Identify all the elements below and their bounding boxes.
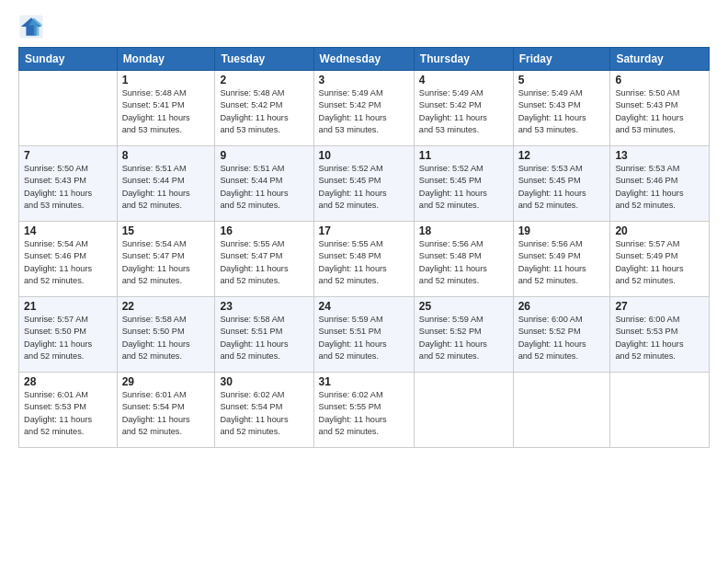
day-cell: 19Sunrise: 5:56 AM Sunset: 5:49 PM Dayli…	[513, 222, 610, 297]
day-number: 6	[615, 74, 704, 86]
day-number: 26	[518, 300, 606, 313]
day-cell: 5Sunrise: 5:49 AM Sunset: 5:43 PM Daylig…	[513, 71, 610, 146]
day-info: Sunrise: 5:59 AM Sunset: 5:52 PM Dayligh…	[419, 314, 508, 362]
day-info: Sunrise: 5:48 AM Sunset: 5:42 PM Dayligh…	[220, 87, 308, 136]
header-cell-monday: Monday	[117, 48, 215, 71]
day-cell: 4Sunrise: 5:49 AM Sunset: 5:42 PM Daylig…	[414, 71, 513, 146]
day-cell: 14Sunrise: 5:54 AM Sunset: 5:46 PM Dayli…	[19, 222, 118, 297]
day-cell: 1Sunrise: 5:48 AM Sunset: 5:41 PM Daylig…	[117, 71, 215, 146]
day-info: Sunrise: 6:02 AM Sunset: 5:55 PM Dayligh…	[319, 389, 409, 438]
day-number: 7	[24, 149, 112, 162]
day-cell: 6Sunrise: 5:50 AM Sunset: 5:43 PM Daylig…	[610, 71, 710, 146]
day-number: 27	[615, 300, 704, 313]
day-cell: 20Sunrise: 5:57 AM Sunset: 5:49 PM Dayli…	[610, 222, 710, 297]
day-cell: 28Sunrise: 6:01 AM Sunset: 5:53 PM Dayli…	[19, 373, 118, 448]
day-cell: 17Sunrise: 5:55 AM Sunset: 5:48 PM Dayli…	[313, 222, 414, 297]
day-cell: 16Sunrise: 5:55 AM Sunset: 5:47 PM Dayli…	[215, 222, 313, 297]
week-row-3: 14Sunrise: 5:54 AM Sunset: 5:46 PM Dayli…	[19, 222, 710, 297]
day-info: Sunrise: 5:58 AM Sunset: 5:51 PM Dayligh…	[220, 314, 308, 362]
day-info: Sunrise: 5:50 AM Sunset: 5:43 PM Dayligh…	[24, 163, 112, 212]
day-cell: 29Sunrise: 6:01 AM Sunset: 5:54 PM Dayli…	[117, 373, 215, 448]
day-cell: 7Sunrise: 5:50 AM Sunset: 5:43 PM Daylig…	[19, 146, 118, 222]
day-number: 14	[24, 224, 112, 237]
day-info: Sunrise: 5:56 AM Sunset: 5:49 PM Dayligh…	[518, 238, 606, 287]
day-number: 19	[518, 224, 606, 237]
day-cell	[414, 373, 513, 448]
day-cell	[19, 71, 118, 146]
day-number: 29	[122, 375, 210, 388]
logo-icon	[18, 14, 44, 40]
day-cell	[513, 373, 610, 448]
day-number: 11	[419, 149, 508, 162]
header-cell-saturday: Saturday	[610, 48, 710, 71]
day-info: Sunrise: 6:01 AM Sunset: 5:53 PM Dayligh…	[24, 389, 112, 438]
day-number: 15	[122, 224, 210, 237]
day-info: Sunrise: 5:54 AM Sunset: 5:46 PM Dayligh…	[24, 238, 112, 287]
day-number: 25	[419, 300, 508, 313]
header-row: SundayMondayTuesdayWednesdayThursdayFrid…	[19, 48, 710, 71]
day-cell: 27Sunrise: 6:00 AM Sunset: 5:53 PM Dayli…	[610, 297, 710, 373]
day-info: Sunrise: 5:57 AM Sunset: 5:50 PM Dayligh…	[24, 314, 112, 362]
day-number: 2	[220, 74, 308, 86]
header-cell-friday: Friday	[513, 48, 610, 71]
calendar: SundayMondayTuesdayWednesdayThursdayFrid…	[18, 47, 710, 448]
day-info: Sunrise: 5:52 AM Sunset: 5:45 PM Dayligh…	[419, 163, 508, 212]
day-info: Sunrise: 5:51 AM Sunset: 5:44 PM Dayligh…	[220, 163, 308, 212]
header-cell-wednesday: Wednesday	[313, 48, 414, 71]
week-row-1: 1Sunrise: 5:48 AM Sunset: 5:41 PM Daylig…	[19, 71, 710, 146]
week-row-4: 21Sunrise: 5:57 AM Sunset: 5:50 PM Dayli…	[19, 297, 710, 373]
day-info: Sunrise: 5:53 AM Sunset: 5:46 PM Dayligh…	[615, 163, 704, 212]
day-number: 16	[220, 224, 308, 237]
day-cell: 18Sunrise: 5:56 AM Sunset: 5:48 PM Dayli…	[414, 222, 513, 297]
day-info: Sunrise: 5:49 AM Sunset: 5:42 PM Dayligh…	[319, 87, 409, 136]
day-number: 3	[319, 74, 409, 86]
day-cell: 26Sunrise: 6:00 AM Sunset: 5:52 PM Dayli…	[513, 297, 610, 373]
day-info: Sunrise: 6:02 AM Sunset: 5:54 PM Dayligh…	[220, 389, 308, 438]
header-cell-thursday: Thursday	[414, 48, 513, 71]
day-number: 22	[122, 300, 210, 313]
day-cell: 23Sunrise: 5:58 AM Sunset: 5:51 PM Dayli…	[215, 297, 313, 373]
day-cell: 21Sunrise: 5:57 AM Sunset: 5:50 PM Dayli…	[19, 297, 118, 373]
day-cell: 11Sunrise: 5:52 AM Sunset: 5:45 PM Dayli…	[414, 146, 513, 222]
day-cell: 22Sunrise: 5:58 AM Sunset: 5:50 PM Dayli…	[117, 297, 215, 373]
day-number: 17	[319, 224, 409, 237]
day-number: 10	[319, 149, 409, 162]
day-number: 13	[615, 149, 704, 162]
day-number: 18	[419, 224, 508, 237]
day-info: Sunrise: 5:50 AM Sunset: 5:43 PM Dayligh…	[615, 87, 704, 136]
day-info: Sunrise: 5:57 AM Sunset: 5:49 PM Dayligh…	[615, 238, 704, 287]
day-info: Sunrise: 5:49 AM Sunset: 5:43 PM Dayligh…	[518, 87, 606, 136]
day-number: 5	[518, 74, 606, 86]
day-cell: 13Sunrise: 5:53 AM Sunset: 5:46 PM Dayli…	[610, 146, 710, 222]
day-info: Sunrise: 5:55 AM Sunset: 5:48 PM Dayligh…	[319, 238, 409, 287]
day-info: Sunrise: 5:48 AM Sunset: 5:41 PM Dayligh…	[122, 87, 210, 136]
day-number: 4	[419, 74, 508, 86]
day-cell: 25Sunrise: 5:59 AM Sunset: 5:52 PM Dayli…	[414, 297, 513, 373]
day-info: Sunrise: 6:00 AM Sunset: 5:52 PM Dayligh…	[518, 314, 606, 362]
day-number: 23	[220, 300, 308, 313]
day-cell: 30Sunrise: 6:02 AM Sunset: 5:54 PM Dayli…	[215, 373, 313, 448]
day-number: 21	[24, 300, 112, 313]
day-number: 20	[615, 224, 704, 237]
day-number: 31	[319, 375, 409, 388]
week-row-5: 28Sunrise: 6:01 AM Sunset: 5:53 PM Dayli…	[19, 373, 710, 448]
day-cell: 8Sunrise: 5:51 AM Sunset: 5:44 PM Daylig…	[117, 146, 215, 222]
day-cell: 3Sunrise: 5:49 AM Sunset: 5:42 PM Daylig…	[313, 71, 414, 146]
day-info: Sunrise: 5:55 AM Sunset: 5:47 PM Dayligh…	[220, 238, 308, 287]
day-cell: 9Sunrise: 5:51 AM Sunset: 5:44 PM Daylig…	[215, 146, 313, 222]
logo	[18, 14, 48, 40]
day-cell: 15Sunrise: 5:54 AM Sunset: 5:47 PM Dayli…	[117, 222, 215, 297]
day-number: 12	[518, 149, 606, 162]
header-cell-sunday: Sunday	[19, 48, 118, 71]
day-cell: 12Sunrise: 5:53 AM Sunset: 5:45 PM Dayli…	[513, 146, 610, 222]
day-number: 28	[24, 375, 112, 388]
day-info: Sunrise: 6:01 AM Sunset: 5:54 PM Dayligh…	[122, 389, 210, 438]
day-info: Sunrise: 5:56 AM Sunset: 5:48 PM Dayligh…	[419, 238, 508, 287]
day-cell	[610, 373, 710, 448]
day-cell: 24Sunrise: 5:59 AM Sunset: 5:51 PM Dayli…	[313, 297, 414, 373]
week-row-2: 7Sunrise: 5:50 AM Sunset: 5:43 PM Daylig…	[19, 146, 710, 222]
page: SundayMondayTuesdayWednesdayThursdayFrid…	[0, 0, 728, 563]
day-info: Sunrise: 5:59 AM Sunset: 5:51 PM Dayligh…	[319, 314, 409, 362]
day-number: 24	[319, 300, 409, 313]
header	[18, 14, 710, 40]
